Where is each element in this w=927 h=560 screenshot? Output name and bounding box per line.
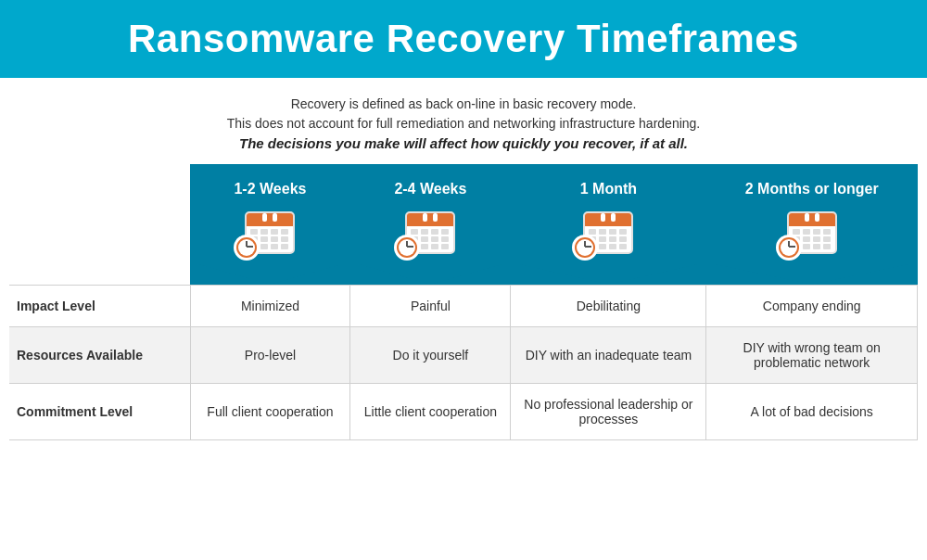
chevron-2 [358,264,503,285]
page-header: Ransomware Recovery Timeframes [0,0,927,78]
cell-impact-1: Minimized [190,285,350,326]
chevron-3 [518,264,699,285]
cell-resources-2: Do it yourself [350,326,511,383]
cell-commitment-3: No professional leadership or processes [511,383,706,439]
calendar-icon-1 [237,205,302,261]
svg-marker-3 [714,264,910,285]
table-wrapper: 1-2 Weeks [0,164,927,450]
chevron-1 [197,264,343,285]
recovery-table: 1-2 Weeks [9,164,918,440]
cell-commitment-4: A lot of bad decisions [706,383,918,439]
calendar-icon-2 [398,205,463,261]
clock-icon-1 [234,235,260,261]
cell-resources-1: Pro-level [190,326,350,383]
row-label-impact: Impact Level [9,285,190,326]
svg-marker-1 [358,264,503,285]
subtitle-line2: This does not account for full remediati… [56,114,871,134]
subtitle-line1: Recovery is defined as back on-line in b… [56,95,871,114]
row-impact-level: Impact Level Minimized Painful Debilitat… [9,285,918,326]
cell-resources-4: DIY with wrong team on problematic netwo… [706,326,918,383]
calendar-icon-3 [576,205,641,261]
cell-commitment-2: Little client cooperation [350,383,511,439]
col-header-1: 1-2 Weeks [190,164,350,286]
clock-icon-2 [394,235,420,261]
clock-icon-4 [776,235,802,261]
clock-icon-3 [572,235,598,261]
row-resources: Resources Available Pro-level Do it your… [9,326,918,383]
svg-marker-2 [518,264,699,285]
row-label-resources: Resources Available [9,326,190,383]
col-header-2: 2-4 Weeks [350,164,511,286]
calendar-icon-4 [780,205,844,261]
col-header-3: 1 Month [511,164,706,286]
col-header-4: 2 Months or longer [706,164,918,286]
column-header-row: 1-2 Weeks [9,164,918,286]
subtitle-line3: The decisions you make will affect how q… [56,134,871,155]
cell-commitment-1: Full client cooperation [190,383,350,439]
row-commitment: Commitment Level Full client cooperation… [9,383,918,439]
cell-resources-3: DIY with an inadequate team [511,326,706,383]
cell-impact-4: Company ending [706,285,918,326]
page-title: Ransomware Recovery Timeframes [19,17,908,61]
cell-impact-3: Debilitating [511,285,706,326]
cell-impact-2: Painful [350,285,511,326]
corner-cell [9,164,190,286]
row-label-commitment: Commitment Level [9,383,190,439]
svg-marker-0 [197,264,343,285]
chevron-4 [714,264,910,285]
subtitle-area: Recovery is defined as back on-line in b… [0,78,927,164]
